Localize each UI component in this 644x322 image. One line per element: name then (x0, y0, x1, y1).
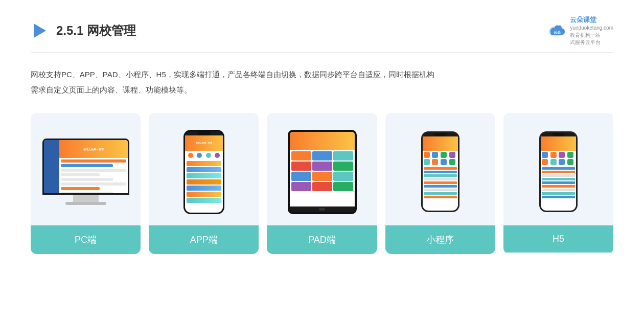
description-text: 网校支持PC、APP、PAD、小程序、H5，实现多端打通，产品各终端自由切换，数… (31, 67, 613, 98)
mini-phone-h5 (539, 131, 578, 212)
card-pc-label-area: PC端 (31, 225, 141, 254)
card-app-image: 创造人的第一堂课 (149, 113, 259, 225)
card-pc-image: 创造人的第一堂课 (31, 113, 141, 225)
card-h5-label-area: H5 (503, 225, 613, 252)
brand-text: 云朵课堂 yunduoketang.com 教育机构一站 式服务云平台 (570, 15, 613, 46)
card-miniprogram-label: 小程序 (426, 235, 454, 245)
brand-logo: 云朵 云朵课堂 yunduoketang.com 教育机构一站 式服务云平台 (546, 15, 613, 46)
svg-marker-0 (34, 24, 46, 38)
mini-phone-miniprogram (421, 131, 459, 212)
card-pad-label-area: PAD端 (267, 225, 377, 254)
card-pc-label: PC端 (75, 235, 97, 245)
card-pad: PAD端 (267, 113, 377, 254)
card-miniprogram-label-area: 小程序 (385, 225, 495, 254)
card-h5-image (503, 113, 613, 225)
card-app-label-area: APP端 (149, 225, 259, 254)
pad-mockup (288, 130, 357, 214)
card-pad-image (267, 113, 377, 225)
logo-arrow-icon (31, 21, 49, 40)
card-pc: 创造人的第一堂课 (31, 113, 141, 254)
header-left: 2.5.1 网校管理 (31, 21, 136, 40)
cards-section: 创造人的第一堂课 (31, 113, 613, 254)
card-app-label: APP端 (190, 235, 218, 245)
svg-text:云朵: 云朵 (554, 31, 561, 34)
card-miniprogram: 小程序 (385, 113, 495, 254)
card-miniprogram-image (385, 113, 495, 225)
brand-cloud-icon: 云朵 (546, 20, 567, 41)
card-h5-label: H5 (553, 234, 564, 244)
phone-mockup-app: 创造人的第一堂课 (183, 130, 224, 214)
pc-monitor: 创造人的第一堂课 (42, 139, 129, 205)
page-title: 2.5.1 网校管理 (56, 22, 136, 39)
page-header: 2.5.1 网校管理 云朵 云朵课堂 yunduoketang.com 教育机构… (31, 15, 613, 53)
card-pad-label: PAD端 (308, 235, 336, 245)
card-app: 创造人的第一堂课 (149, 113, 259, 254)
header-right: 云朵 云朵课堂 yunduoketang.com 教育机构一站 式服务云平台 (546, 15, 613, 46)
card-h5: H5 (503, 113, 613, 254)
page-container: 2.5.1 网校管理 云朵 云朵课堂 yunduoketang.com 教育机构… (0, 0, 644, 322)
